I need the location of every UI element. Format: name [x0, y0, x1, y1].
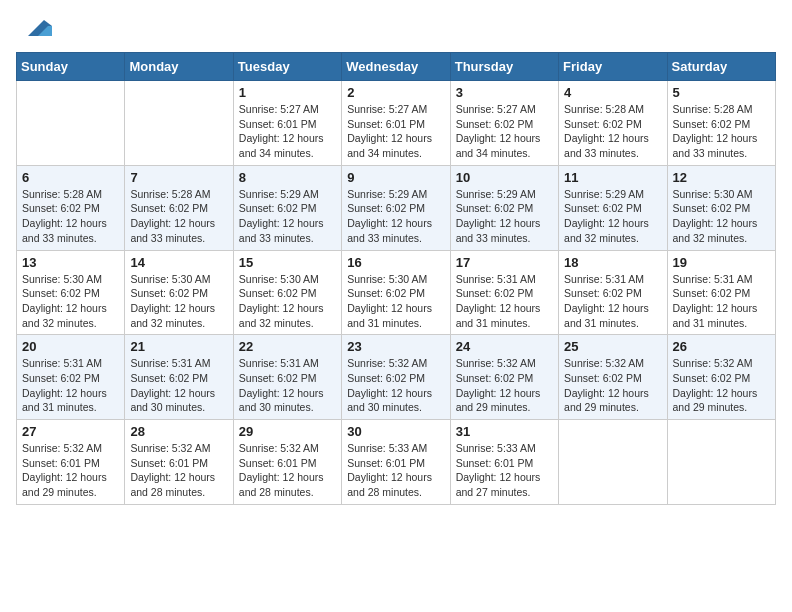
day-info: Sunrise: 5:32 AMSunset: 6:02 PMDaylight:…: [456, 356, 553, 415]
day-number: 30: [347, 424, 444, 439]
day-info: Sunrise: 5:30 AMSunset: 6:02 PMDaylight:…: [130, 272, 227, 331]
calendar-cell: 5Sunrise: 5:28 AMSunset: 6:02 PMDaylight…: [667, 81, 775, 166]
day-number: 2: [347, 85, 444, 100]
day-info: Sunrise: 5:27 AMSunset: 6:02 PMDaylight:…: [456, 102, 553, 161]
day-number: 6: [22, 170, 119, 185]
calendar-cell: 23Sunrise: 5:32 AMSunset: 6:02 PMDayligh…: [342, 335, 450, 420]
calendar-header-friday: Friday: [559, 53, 667, 81]
calendar-header-row: SundayMondayTuesdayWednesdayThursdayFrid…: [17, 53, 776, 81]
calendar-cell: 30Sunrise: 5:33 AMSunset: 6:01 PMDayligh…: [342, 420, 450, 505]
day-number: 9: [347, 170, 444, 185]
calendar-week-2: 6Sunrise: 5:28 AMSunset: 6:02 PMDaylight…: [17, 165, 776, 250]
calendar-cell: 4Sunrise: 5:28 AMSunset: 6:02 PMDaylight…: [559, 81, 667, 166]
day-info: Sunrise: 5:31 AMSunset: 6:02 PMDaylight:…: [456, 272, 553, 331]
day-number: 4: [564, 85, 661, 100]
day-info: Sunrise: 5:32 AMSunset: 6:01 PMDaylight:…: [239, 441, 336, 500]
day-number: 17: [456, 255, 553, 270]
calendar-cell: 19Sunrise: 5:31 AMSunset: 6:02 PMDayligh…: [667, 250, 775, 335]
calendar-week-5: 27Sunrise: 5:32 AMSunset: 6:01 PMDayligh…: [17, 420, 776, 505]
calendar-header-monday: Monday: [125, 53, 233, 81]
calendar-week-1: 1Sunrise: 5:27 AMSunset: 6:01 PMDaylight…: [17, 81, 776, 166]
calendar-cell: [125, 81, 233, 166]
calendar-cell: 2Sunrise: 5:27 AMSunset: 6:01 PMDaylight…: [342, 81, 450, 166]
day-number: 13: [22, 255, 119, 270]
day-info: Sunrise: 5:33 AMSunset: 6:01 PMDaylight:…: [347, 441, 444, 500]
calendar-cell: [17, 81, 125, 166]
day-info: Sunrise: 5:31 AMSunset: 6:02 PMDaylight:…: [673, 272, 770, 331]
day-number: 24: [456, 339, 553, 354]
day-info: Sunrise: 5:31 AMSunset: 6:02 PMDaylight:…: [564, 272, 661, 331]
day-info: Sunrise: 5:28 AMSunset: 6:02 PMDaylight:…: [130, 187, 227, 246]
day-info: Sunrise: 5:32 AMSunset: 6:02 PMDaylight:…: [564, 356, 661, 415]
day-info: Sunrise: 5:31 AMSunset: 6:02 PMDaylight:…: [130, 356, 227, 415]
calendar-cell: 8Sunrise: 5:29 AMSunset: 6:02 PMDaylight…: [233, 165, 341, 250]
day-number: 10: [456, 170, 553, 185]
calendar-header-saturday: Saturday: [667, 53, 775, 81]
day-number: 12: [673, 170, 770, 185]
calendar-cell: 1Sunrise: 5:27 AMSunset: 6:01 PMDaylight…: [233, 81, 341, 166]
calendar-cell: 28Sunrise: 5:32 AMSunset: 6:01 PMDayligh…: [125, 420, 233, 505]
day-info: Sunrise: 5:30 AMSunset: 6:02 PMDaylight:…: [239, 272, 336, 331]
day-info: Sunrise: 5:27 AMSunset: 6:01 PMDaylight:…: [239, 102, 336, 161]
day-info: Sunrise: 5:28 AMSunset: 6:02 PMDaylight:…: [673, 102, 770, 161]
day-number: 8: [239, 170, 336, 185]
day-number: 27: [22, 424, 119, 439]
day-info: Sunrise: 5:31 AMSunset: 6:02 PMDaylight:…: [239, 356, 336, 415]
day-number: 15: [239, 255, 336, 270]
day-number: 3: [456, 85, 553, 100]
day-info: Sunrise: 5:30 AMSunset: 6:02 PMDaylight:…: [347, 272, 444, 331]
calendar-cell: 14Sunrise: 5:30 AMSunset: 6:02 PMDayligh…: [125, 250, 233, 335]
day-info: Sunrise: 5:29 AMSunset: 6:02 PMDaylight:…: [456, 187, 553, 246]
day-number: 11: [564, 170, 661, 185]
calendar-cell: 18Sunrise: 5:31 AMSunset: 6:02 PMDayligh…: [559, 250, 667, 335]
day-number: 22: [239, 339, 336, 354]
calendar-cell: 12Sunrise: 5:30 AMSunset: 6:02 PMDayligh…: [667, 165, 775, 250]
calendar-cell: 31Sunrise: 5:33 AMSunset: 6:01 PMDayligh…: [450, 420, 558, 505]
calendar-cell: [667, 420, 775, 505]
day-number: 31: [456, 424, 553, 439]
day-number: 21: [130, 339, 227, 354]
day-info: Sunrise: 5:30 AMSunset: 6:02 PMDaylight:…: [673, 187, 770, 246]
day-info: Sunrise: 5:32 AMSunset: 6:01 PMDaylight:…: [22, 441, 119, 500]
day-number: 16: [347, 255, 444, 270]
day-number: 1: [239, 85, 336, 100]
calendar-cell: 16Sunrise: 5:30 AMSunset: 6:02 PMDayligh…: [342, 250, 450, 335]
day-number: 19: [673, 255, 770, 270]
calendar-cell: 22Sunrise: 5:31 AMSunset: 6:02 PMDayligh…: [233, 335, 341, 420]
calendar-cell: 7Sunrise: 5:28 AMSunset: 6:02 PMDaylight…: [125, 165, 233, 250]
calendar-week-4: 20Sunrise: 5:31 AMSunset: 6:02 PMDayligh…: [17, 335, 776, 420]
logo: [16, 16, 52, 44]
calendar-cell: 25Sunrise: 5:32 AMSunset: 6:02 PMDayligh…: [559, 335, 667, 420]
page-header: [16, 16, 776, 44]
calendar-cell: 17Sunrise: 5:31 AMSunset: 6:02 PMDayligh…: [450, 250, 558, 335]
day-info: Sunrise: 5:32 AMSunset: 6:02 PMDaylight:…: [347, 356, 444, 415]
day-info: Sunrise: 5:30 AMSunset: 6:02 PMDaylight:…: [22, 272, 119, 331]
calendar-header-thursday: Thursday: [450, 53, 558, 81]
calendar-cell: 9Sunrise: 5:29 AMSunset: 6:02 PMDaylight…: [342, 165, 450, 250]
day-info: Sunrise: 5:33 AMSunset: 6:01 PMDaylight:…: [456, 441, 553, 500]
calendar-cell: 20Sunrise: 5:31 AMSunset: 6:02 PMDayligh…: [17, 335, 125, 420]
calendar-cell: 6Sunrise: 5:28 AMSunset: 6:02 PMDaylight…: [17, 165, 125, 250]
day-info: Sunrise: 5:28 AMSunset: 6:02 PMDaylight:…: [22, 187, 119, 246]
day-number: 25: [564, 339, 661, 354]
calendar-cell: 26Sunrise: 5:32 AMSunset: 6:02 PMDayligh…: [667, 335, 775, 420]
calendar-header-tuesday: Tuesday: [233, 53, 341, 81]
calendar-cell: 24Sunrise: 5:32 AMSunset: 6:02 PMDayligh…: [450, 335, 558, 420]
day-info: Sunrise: 5:29 AMSunset: 6:02 PMDaylight:…: [347, 187, 444, 246]
day-number: 18: [564, 255, 661, 270]
day-info: Sunrise: 5:29 AMSunset: 6:02 PMDaylight:…: [239, 187, 336, 246]
logo-icon: [20, 12, 52, 44]
day-number: 7: [130, 170, 227, 185]
day-number: 5: [673, 85, 770, 100]
calendar-table: SundayMondayTuesdayWednesdayThursdayFrid…: [16, 52, 776, 505]
day-number: 26: [673, 339, 770, 354]
calendar-cell: 27Sunrise: 5:32 AMSunset: 6:01 PMDayligh…: [17, 420, 125, 505]
calendar-cell: 29Sunrise: 5:32 AMSunset: 6:01 PMDayligh…: [233, 420, 341, 505]
day-number: 29: [239, 424, 336, 439]
calendar-header-sunday: Sunday: [17, 53, 125, 81]
calendar-week-3: 13Sunrise: 5:30 AMSunset: 6:02 PMDayligh…: [17, 250, 776, 335]
day-number: 14: [130, 255, 227, 270]
calendar-cell: [559, 420, 667, 505]
calendar-cell: 11Sunrise: 5:29 AMSunset: 6:02 PMDayligh…: [559, 165, 667, 250]
calendar-cell: 10Sunrise: 5:29 AMSunset: 6:02 PMDayligh…: [450, 165, 558, 250]
